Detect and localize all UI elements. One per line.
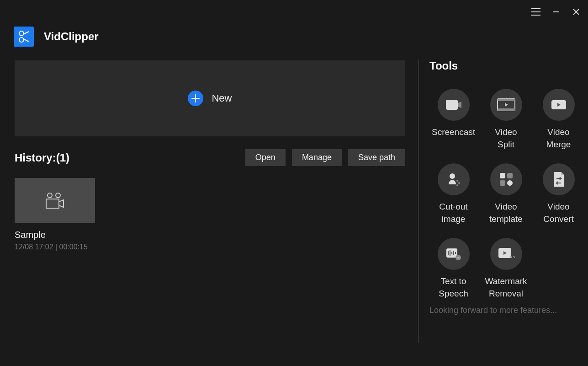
watermark-icon bbox=[490, 238, 522, 270]
tool-video-merge[interactable]: Video Merge bbox=[535, 89, 583, 151]
history-item[interactable]: Sample 12/08 17:02 | 00:00:15 bbox=[15, 178, 95, 251]
new-label: New bbox=[212, 92, 232, 104]
convert-icon bbox=[543, 163, 575, 195]
video-split-icon bbox=[490, 89, 522, 121]
svg-point-13 bbox=[456, 184, 458, 186]
svg-rect-14 bbox=[500, 173, 505, 178]
plus-icon bbox=[188, 91, 203, 106]
tool-video-convert[interactable]: Video Convert bbox=[535, 163, 583, 225]
svg-rect-8 bbox=[498, 108, 515, 111]
svg-point-17 bbox=[507, 180, 513, 186]
tool-video-template[interactable]: Video template bbox=[482, 163, 530, 225]
svg-rect-15 bbox=[507, 173, 513, 178]
tool-label: Text to Speech bbox=[439, 275, 468, 300]
template-icon bbox=[490, 163, 522, 195]
tool-text-to-speech[interactable]: T Text to Speech bbox=[429, 238, 477, 300]
tools-footer: Looking forward to more features... bbox=[429, 306, 583, 315]
tool-label: Watermark Removal bbox=[485, 275, 527, 300]
svg-point-10 bbox=[450, 173, 455, 179]
svg-point-0 bbox=[19, 31, 24, 36]
tool-screencast[interactable]: Screencast bbox=[429, 89, 477, 151]
history-item-meta: 12/08 17:02 | 00:00:15 bbox=[15, 243, 95, 251]
new-project-button[interactable]: New bbox=[15, 60, 405, 136]
screencast-icon bbox=[438, 89, 470, 121]
tool-label: Cut-out image bbox=[439, 201, 467, 225]
svg-point-12 bbox=[458, 182, 460, 184]
tool-video-split[interactable]: Video Split bbox=[482, 89, 530, 151]
manage-button[interactable]: Manage bbox=[292, 149, 342, 166]
close-button[interactable] bbox=[571, 6, 582, 17]
tool-cutout-image[interactable]: Cut-out image bbox=[429, 163, 477, 225]
app-title: VidClipper bbox=[44, 30, 99, 43]
svg-point-11 bbox=[456, 180, 458, 182]
svg-point-3 bbox=[56, 193, 60, 198]
cutout-icon bbox=[438, 163, 470, 195]
open-button[interactable]: Open bbox=[245, 149, 286, 166]
tool-label: Video template bbox=[489, 201, 523, 225]
tool-watermark-removal[interactable]: Watermark Removal bbox=[482, 238, 530, 300]
svg-rect-5 bbox=[446, 100, 458, 110]
app-logo bbox=[14, 27, 34, 47]
history-title: History:(1) bbox=[15, 151, 69, 164]
tool-label: Video Split bbox=[495, 126, 517, 151]
tts-icon: T bbox=[438, 238, 470, 270]
video-merge-icon bbox=[543, 89, 575, 121]
svg-rect-4 bbox=[46, 199, 59, 208]
history-thumbnail bbox=[15, 178, 95, 223]
menu-icon[interactable] bbox=[530, 6, 541, 17]
svg-rect-16 bbox=[500, 180, 505, 186]
history-item-name: Sample bbox=[15, 230, 95, 240]
save-path-button[interactable]: Save path bbox=[348, 149, 405, 166]
svg-rect-7 bbox=[498, 99, 515, 101]
tool-label: Video Merge bbox=[546, 126, 571, 151]
svg-point-2 bbox=[48, 193, 52, 198]
svg-point-1 bbox=[19, 38, 24, 42]
tool-label: Video Convert bbox=[543, 201, 574, 225]
minimize-button[interactable] bbox=[551, 6, 562, 17]
tools-title: Tools bbox=[429, 59, 583, 72]
tool-label: Screencast bbox=[432, 126, 475, 139]
svg-text:T: T bbox=[457, 256, 459, 260]
